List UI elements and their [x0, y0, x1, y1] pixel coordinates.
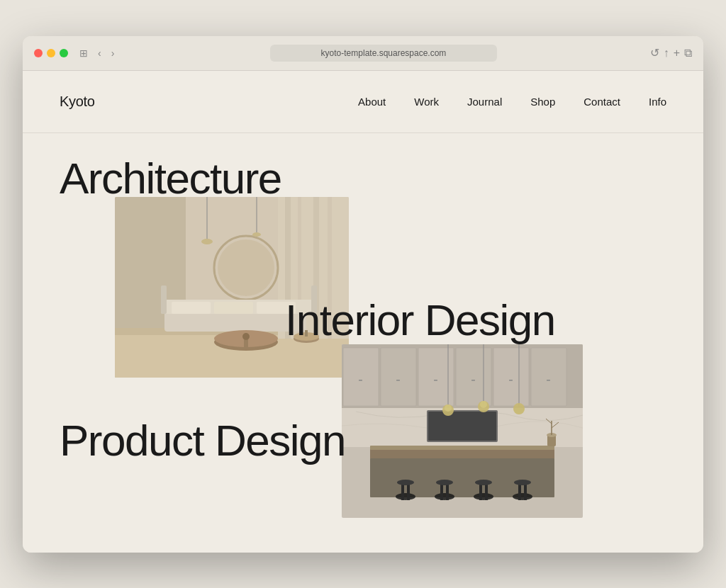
svg-rect-14 [214, 302, 253, 314]
svg-point-68 [445, 405, 452, 412]
svg-rect-35 [456, 348, 491, 406]
site-header: Kyoto About Work Journal Shop Contact In… [23, 71, 703, 133]
copy-tab-button[interactable]: ⧉ [684, 47, 692, 60]
svg-point-71 [480, 401, 487, 408]
svg-rect-36 [493, 348, 529, 406]
svg-rect-37 [531, 348, 566, 406]
svg-point-61 [475, 480, 492, 485]
site-nav: About Work Journal Shop Contact Info [358, 96, 666, 108]
category-product-title[interactable]: Product Design [60, 416, 345, 465]
site-logo[interactable]: Kyoto [60, 94, 95, 110]
category-product-design[interactable]: Product Design [60, 417, 345, 465]
svg-rect-46 [428, 412, 496, 441]
svg-point-73 [513, 403, 525, 414]
svg-rect-41 [471, 380, 475, 381]
svg-rect-13 [172, 302, 211, 314]
browser-window: ⊞ ‹ › ↺ ↑ + ⧉ Kyoto About Work Journal S… [23, 36, 703, 553]
forward-button[interactable]: › [108, 46, 118, 60]
svg-point-53 [397, 480, 414, 485]
category-interior-design[interactable]: Interior Design [285, 296, 555, 344]
nav-work[interactable]: Work [414, 96, 439, 108]
svg-point-50 [396, 493, 415, 500]
svg-rect-16 [161, 285, 167, 314]
url-input[interactable] [270, 45, 497, 62]
interior-design-image[interactable] [342, 344, 583, 518]
browser-actions: ↺ ↑ + ⧉ [650, 46, 692, 60]
new-tab-button[interactable]: + [674, 47, 680, 60]
svg-point-62 [513, 493, 532, 500]
site-main: Architecture [23, 133, 703, 544]
traffic-lights [34, 49, 68, 57]
svg-rect-33 [381, 348, 416, 406]
svg-rect-20 [244, 339, 248, 349]
category-interior-title[interactable]: Interior Design [285, 295, 555, 344]
maximize-button[interactable] [60, 49, 68, 57]
svg-rect-40 [434, 380, 437, 381]
category-architecture[interactable]: Architecture [60, 154, 281, 203]
living-room-svg [115, 197, 349, 378]
nav-shop[interactable]: Shop [530, 96, 555, 108]
nav-contact[interactable]: Contact [583, 96, 620, 108]
browser-chrome: ⊞ ‹ › ↺ ↑ + ⧉ [23, 36, 703, 71]
nav-about[interactable]: About [358, 96, 386, 108]
svg-rect-43 [547, 380, 550, 381]
svg-rect-48 [370, 446, 554, 450]
svg-point-23 [242, 333, 250, 340]
svg-point-10 [218, 239, 274, 296]
svg-rect-39 [396, 380, 400, 381]
browser-controls: ⊞ ‹ › [77, 46, 117, 60]
svg-point-54 [435, 493, 454, 500]
nav-info[interactable]: Info [649, 96, 666, 108]
close-button[interactable] [34, 49, 43, 57]
share-button[interactable]: ↑ [664, 47, 669, 60]
svg-point-28 [252, 232, 261, 237]
svg-rect-42 [509, 380, 513, 381]
back-button[interactable]: ‹ [95, 46, 104, 60]
reload-button[interactable]: ↺ [650, 46, 659, 60]
svg-point-26 [201, 239, 213, 244]
svg-rect-32 [343, 348, 379, 406]
address-bar [125, 45, 641, 62]
kitchen-svg [342, 344, 583, 518]
svg-rect-38 [359, 380, 362, 381]
nav-journal[interactable]: Journal [467, 96, 502, 108]
architecture-image[interactable] [115, 197, 349, 378]
svg-point-57 [436, 480, 453, 485]
minimize-button[interactable] [47, 49, 55, 57]
website-content: Kyoto About Work Journal Shop Contact In… [23, 71, 703, 553]
svg-point-58 [474, 493, 493, 500]
svg-point-65 [514, 480, 531, 485]
window-toggle-button[interactable]: ⊞ [77, 46, 91, 60]
category-architecture-title[interactable]: Architecture [60, 154, 281, 203]
